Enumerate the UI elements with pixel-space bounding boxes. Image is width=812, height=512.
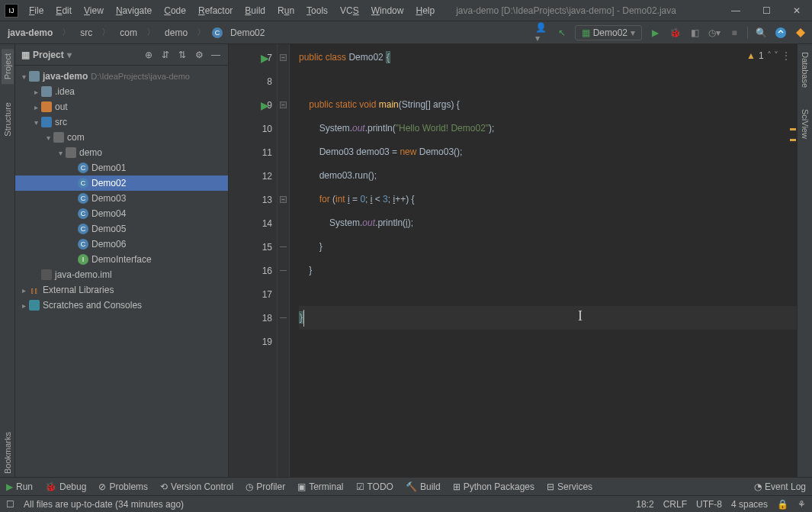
- inspection-badge[interactable]: ▲1 ˄ ˅ ⋮: [746, 50, 791, 61]
- left-tool-strip: Project Structure Bookmarks: [0, 44, 15, 477]
- run-config-selector[interactable]: ▦Demo02▾: [575, 25, 642, 40]
- run-gutter-icon[interactable]: ▶: [261, 99, 269, 111]
- tool-profiler[interactable]: ◷Profiler: [246, 481, 285, 492]
- tool-eventlog[interactable]: ◔Event Log: [754, 481, 806, 492]
- crumb-project[interactable]: java-demo: [5, 26, 56, 40]
- crumb-class[interactable]: Demo02: [227, 26, 268, 40]
- menu-help[interactable]: Help: [409, 2, 441, 19]
- close-button[interactable]: ✕: [782, 0, 812, 21]
- code-area[interactable]: public class Demo02 { public static void…: [290, 44, 797, 477]
- class-icon: C: [212, 27, 223, 38]
- tree-src[interactable]: ▾src: [15, 114, 228, 130]
- class-icon: C: [78, 193, 88, 204]
- class-icon: C: [78, 163, 88, 173]
- tree-idea[interactable]: ▸.idea: [15, 84, 228, 99]
- expand-icon[interactable]: ⇵: [159, 49, 172, 61]
- status-indent[interactable]: 4 spaces: [731, 499, 768, 510]
- crumb-src[interactable]: src: [77, 26, 95, 40]
- tool-build[interactable]: 🔨Build: [406, 481, 441, 492]
- back-arrow-icon[interactable]: ↖: [555, 26, 569, 40]
- editor[interactable]: ▲1 ˄ ˅ ⋮ 7▶ 8 9▶ 10 11 12 13 14 15 16 17…: [229, 44, 797, 477]
- profile-button[interactable]: ◷▾: [708, 26, 721, 40]
- stop-button[interactable]: ■: [727, 26, 741, 40]
- target-icon[interactable]: ⊕: [143, 49, 155, 61]
- tree-com[interactable]: ▾com: [15, 130, 228, 145]
- svg-point-0: [775, 27, 786, 38]
- tab-bookmarks[interactable]: Bookmarks: [3, 429, 12, 477]
- tree-file-demo06[interactable]: CDemo06: [15, 237, 228, 252]
- tree-demo[interactable]: ▾demo: [15, 145, 228, 160]
- status-lock-icon[interactable]: 🔒: [777, 499, 788, 510]
- fold-toggle[interactable]: −: [280, 196, 287, 203]
- line-numbers: 7▶ 8 9▶ 10 11 12 13 14 15 16 17 18 19: [229, 44, 278, 477]
- title-bar: IJ File Edit View Navigate Code Refactor…: [0, 0, 812, 21]
- menu-vcs[interactable]: VCS: [334, 2, 365, 19]
- tool-services[interactable]: ⊟Services: [547, 481, 592, 492]
- status-line-sep[interactable]: CRLF: [663, 499, 687, 510]
- menu-file[interactable]: File: [23, 2, 50, 19]
- main-menu: File Edit View Navigate Code Refactor Bu…: [23, 2, 441, 19]
- menu-edit[interactable]: Edit: [50, 2, 78, 19]
- tool-vcs[interactable]: ⟲Version Control: [160, 481, 233, 492]
- tree-file-demo05[interactable]: CDemo05: [15, 221, 228, 237]
- menu-view[interactable]: View: [78, 2, 110, 19]
- run-gutter-icon[interactable]: ▶: [261, 52, 269, 64]
- fold-toggle[interactable]: −: [280, 101, 287, 108]
- collapse-icon[interactable]: ⇅: [176, 49, 188, 61]
- debug-button[interactable]: 🐞: [668, 26, 682, 40]
- menu-run[interactable]: Run: [271, 2, 300, 19]
- menu-code[interactable]: Code: [158, 2, 192, 19]
- minimize-button[interactable]: —: [721, 0, 751, 21]
- library-icon: ⫿⫿: [29, 285, 40, 295]
- status-position[interactable]: 18:2: [636, 499, 653, 510]
- ide-scripting-icon[interactable]: [794, 26, 807, 40]
- search-icon[interactable]: 🔍: [754, 26, 768, 40]
- user-icon[interactable]: 👤▾: [535, 26, 549, 40]
- tree-scratches[interactable]: ▸Scratches and Consoles: [15, 298, 228, 313]
- tree-project-root[interactable]: ▾java-demoD:\IdeaProjects\java-demo: [15, 69, 228, 84]
- package-icon: [66, 147, 76, 158]
- tool-run[interactable]: ▶Run: [6, 481, 33, 492]
- tree-file-demo03[interactable]: CDemo03: [15, 191, 228, 206]
- status-encoding[interactable]: UTF-8: [696, 499, 722, 510]
- menu-window[interactable]: Window: [365, 2, 410, 19]
- tool-todo[interactable]: ☑TODO: [356, 481, 393, 492]
- error-stripe[interactable]: [788, 44, 797, 477]
- hide-icon[interactable]: —: [210, 49, 222, 61]
- tool-debug[interactable]: 🐞Debug: [45, 481, 86, 492]
- tool-terminal[interactable]: ▣Terminal: [297, 481, 343, 492]
- tree-file-demo02[interactable]: CDemo02: [15, 175, 228, 191]
- tab-sciview[interactable]: SciView: [801, 106, 810, 142]
- fold-toggle[interactable]: −: [280, 54, 287, 61]
- text-cursor-icon: I: [578, 304, 583, 328]
- status-icon[interactable]: ☐: [6, 499, 14, 510]
- tab-project[interactable]: Project: [2, 49, 14, 84]
- tree-out[interactable]: ▸out: [15, 99, 228, 114]
- tool-problems[interactable]: ⊘Problems: [98, 481, 148, 492]
- tree-file-demo04[interactable]: CDemo04: [15, 206, 228, 221]
- project-tree[interactable]: ▾java-demoD:\IdeaProjects\java-demo ▸.id…: [15, 66, 228, 477]
- tab-structure[interactable]: Structure: [3, 99, 12, 140]
- menu-tools[interactable]: Tools: [300, 2, 334, 19]
- app-logo-icon: IJ: [5, 4, 18, 18]
- tree-iml[interactable]: java-demo.iml: [15, 267, 228, 282]
- status-daemon-icon[interactable]: ⚘: [798, 499, 806, 510]
- panel-title[interactable]: ▦ Project ▾: [21, 50, 138, 60]
- tree-file-demo01[interactable]: CDemo01: [15, 160, 228, 175]
- gear-icon[interactable]: ⚙: [193, 49, 205, 61]
- tool-python-packages[interactable]: ⊞Python Packages: [453, 481, 534, 492]
- crumb-com[interactable]: com: [117, 26, 140, 40]
- run-button[interactable]: ▶: [648, 26, 662, 40]
- tab-database[interactable]: Database: [801, 49, 810, 91]
- menu-build[interactable]: Build: [239, 2, 271, 19]
- tree-file-interface[interactable]: IDemoInterface: [15, 252, 228, 267]
- class-icon: C: [78, 208, 88, 219]
- menu-navigate[interactable]: Navigate: [110, 2, 158, 19]
- maximize-button[interactable]: ☐: [751, 0, 782, 21]
- tree-ext-lib[interactable]: ▸⫿⫿External Libraries: [15, 282, 228, 298]
- sync-icon[interactable]: [774, 26, 788, 40]
- class-icon: C: [78, 239, 88, 250]
- crumb-demo[interactable]: demo: [162, 26, 191, 40]
- coverage-button[interactable]: ◧: [688, 26, 701, 40]
- menu-refactor[interactable]: Refactor: [192, 2, 239, 19]
